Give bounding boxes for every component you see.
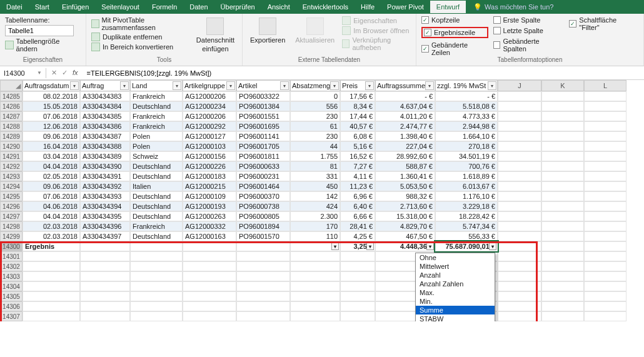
cell[interactable]: [498, 231, 541, 241]
row-header[interactable]: 14303: [0, 271, 23, 281]
cell[interactable]: [498, 171, 541, 181]
cell[interactable]: AG12000183: [183, 171, 236, 181]
cell[interactable]: 556: [290, 101, 340, 111]
cell[interactable]: [541, 211, 584, 221]
cell[interactable]: 2.713,60 €: [375, 201, 435, 211]
cell[interactable]: - €: [375, 91, 435, 101]
cell[interactable]: AG12000103: [183, 141, 236, 151]
cell[interactable]: [541, 191, 584, 201]
cell[interactable]: [23, 271, 80, 281]
row-header[interactable]: 14287: [0, 111, 23, 121]
cell[interactable]: AG12000206: [183, 91, 236, 101]
cell[interactable]: [183, 291, 236, 301]
cell[interactable]: [498, 251, 541, 261]
cell[interactable]: [541, 181, 584, 191]
dropdown-item[interactable]: Anzahl: [416, 271, 495, 279]
cell[interactable]: 6.013,67 €: [435, 181, 498, 191]
cell[interactable]: [80, 311, 130, 321]
cell[interactable]: [541, 91, 584, 101]
cell[interactable]: [541, 111, 584, 121]
chk-ergebniszeile[interactable]: [424, 29, 431, 36]
col-header-preis[interactable]: Preis▾: [340, 80, 375, 91]
cell[interactable]: [290, 311, 340, 321]
cell[interactable]: [584, 211, 626, 221]
cell[interactable]: 4.011,20 €: [375, 111, 435, 121]
cell[interactable]: Frankreich: [130, 111, 183, 121]
cell[interactable]: [183, 281, 236, 291]
chk-kopfzeile[interactable]: [421, 16, 429, 24]
enter-icon[interactable]: ✓: [62, 69, 68, 77]
row-header[interactable]: 14296: [0, 201, 23, 211]
cell[interactable]: [23, 291, 80, 301]
cell[interactable]: 3.229,18 €: [435, 201, 498, 211]
cell[interactable]: 142: [290, 191, 340, 201]
cell[interactable]: [236, 301, 290, 311]
cell[interactable]: [541, 131, 584, 141]
cell[interactable]: [290, 291, 340, 301]
cell[interactable]: 588,87 €: [375, 161, 435, 171]
cell[interactable]: [584, 101, 626, 111]
tell-me[interactable]: 💡 Was möchten Sie tun?: [466, 3, 553, 11]
row-header[interactable]: 14299: [0, 231, 23, 241]
cell[interactable]: 1.664,10 €: [435, 131, 498, 141]
col-header-mwst[interactable]: zzgl. 19% MwSt▾: [435, 80, 498, 91]
cell[interactable]: [183, 241, 236, 251]
cell[interactable]: 2.944,98 €: [435, 121, 498, 131]
cell[interactable]: [584, 181, 626, 191]
cell[interactable]: 17,44 €: [340, 111, 375, 121]
cell[interactable]: [340, 261, 375, 271]
filter-dropdown-icon[interactable]: ▾: [280, 81, 289, 90]
cell[interactable]: [183, 301, 236, 311]
filter-dropdown-icon[interactable]: ▾: [173, 81, 181, 90]
tab-ansicht[interactable]: Ansicht: [261, 1, 296, 13]
cell[interactable]: [498, 311, 541, 321]
cell[interactable]: AG12000206: [183, 111, 236, 121]
tab-start[interactable]: Start: [29, 1, 56, 13]
cell[interactable]: [584, 161, 626, 171]
cell[interactable]: PO96001894: [236, 221, 290, 231]
row-header[interactable]: 14304: [0, 281, 23, 291]
cell[interactable]: 227,04 €: [375, 141, 435, 151]
cell[interactable]: [584, 91, 626, 101]
cell[interactable]: [80, 251, 130, 261]
cell[interactable]: [584, 271, 626, 281]
refresh-button[interactable]: Aktualisieren: [293, 16, 337, 45]
chk-last-col[interactable]: [493, 27, 501, 34]
cell[interactable]: 44: [290, 141, 340, 151]
cell[interactable]: [498, 201, 541, 211]
row-header[interactable]: 14291: [0, 151, 23, 161]
cell[interactable]: [541, 271, 584, 281]
cell[interactable]: A330434394: [80, 201, 130, 211]
total-dropdown-icon[interactable]: ▾: [366, 243, 374, 250]
cell[interactable]: [584, 291, 626, 301]
cell[interactable]: [584, 131, 626, 141]
cell[interactable]: [584, 221, 626, 231]
cell[interactable]: Deutschland: [130, 201, 183, 211]
cell[interactable]: 81: [290, 161, 340, 171]
cell[interactable]: Deutschland: [130, 171, 183, 181]
cell[interactable]: A330434383: [80, 91, 130, 101]
cell[interactable]: Schweiz: [130, 151, 183, 161]
cell[interactable]: PO96000633: [236, 161, 290, 171]
tab-formeln[interactable]: Formeln: [146, 1, 183, 13]
cell[interactable]: [290, 281, 340, 291]
cell[interactable]: [541, 151, 584, 161]
row-header[interactable]: 14288: [0, 121, 23, 131]
cell[interactable]: [340, 271, 375, 281]
total-dropdown-icon[interactable]: ▾: [426, 243, 434, 250]
cell[interactable]: Italien: [130, 181, 183, 191]
cell[interactable]: 1.176,10 €: [435, 191, 498, 201]
cell[interactable]: 988,32 €: [375, 191, 435, 201]
dropdown-item[interactable]: Min.: [416, 297, 495, 306]
total-summe[interactable]: 4.448,36 €▾: [375, 241, 435, 251]
cell[interactable]: [236, 251, 290, 261]
cell[interactable]: 170: [290, 221, 340, 231]
cell[interactable]: 270,18 €: [435, 141, 498, 151]
cell[interactable]: [498, 131, 541, 141]
cell[interactable]: [584, 301, 626, 311]
cell[interactable]: 15.318,00 €: [375, 211, 435, 221]
pivot-button[interactable]: Mit PivotTable zusammenfassen: [102, 16, 189, 31]
cell[interactable]: AG12000163: [183, 231, 236, 241]
col-header-auftrag[interactable]: Auftrag▾: [80, 80, 130, 91]
cell[interactable]: [498, 91, 541, 101]
